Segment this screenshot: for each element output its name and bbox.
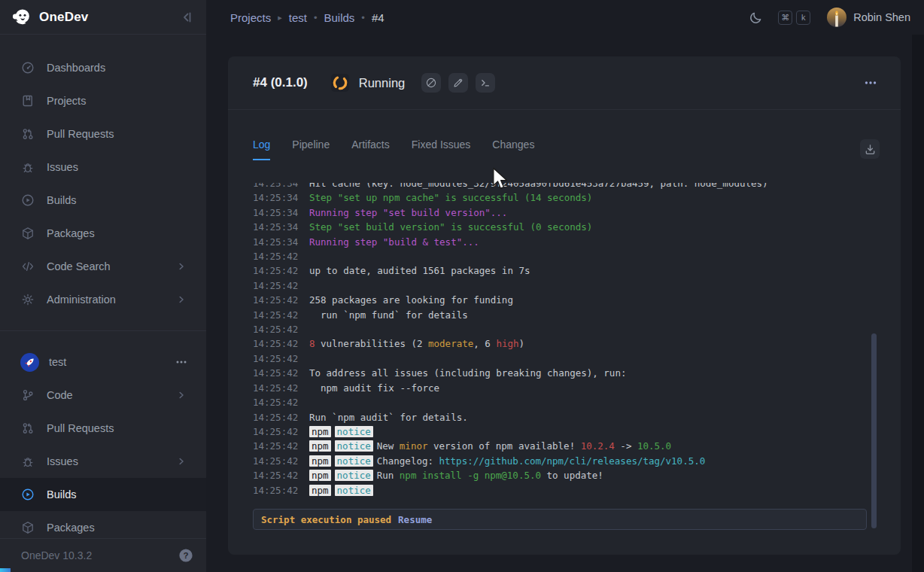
log-line: 14:25:42npmnotice [253, 483, 901, 497]
log-line: 14:25:34Running step "build & test"... [253, 235, 901, 249]
build-status: Running [331, 74, 405, 92]
build-status-label: Running [359, 76, 405, 90]
breadcrumb-builds[interactable]: Builds [324, 11, 354, 24]
kbd-cmd: ⌘ [778, 11, 792, 25]
log-timestamp: 14:25:42 [253, 410, 309, 424]
moon-icon[interactable] [749, 11, 763, 25]
log-message: npmnotice [309, 424, 377, 439]
collapse-sidebar-icon[interactable] [179, 10, 194, 25]
sidebar-header: OneDev [0, 0, 206, 35]
sidebar-item-label: Pull Requests [47, 128, 187, 140]
sidebar-item-issues[interactable]: Issues [0, 151, 206, 184]
resume-link[interactable]: Resume [398, 514, 432, 525]
build-menu-ellipsis-icon[interactable] [863, 75, 878, 90]
breadcrumb--4: #4 [372, 11, 384, 24]
log-segment: Run `npm audit` for details. [309, 412, 468, 423]
log-message: Hit cache (key: node_modules_32/9f2405aa… [309, 183, 768, 190]
tab-artifacts[interactable]: Artifacts [351, 138, 390, 160]
sidebar-item-code-search[interactable]: Code Search [0, 250, 206, 283]
sidebar-item-pull-requests[interactable]: Pull Requests [0, 117, 206, 151]
log-segment: To address all issues (including breakin… [309, 367, 626, 379]
log-timestamp: 14:25:42 [253, 381, 309, 395]
log-message: npmnotice [309, 483, 377, 497]
notice-badge: notice [335, 426, 373, 437]
sidebar-divider [0, 330, 206, 331]
log-message: 258 packages are looking for funding [309, 293, 513, 307]
sidebar-main-nav: DashboardsProjectsPull RequestsIssuesBui… [0, 51, 206, 316]
breadcrumb-projects[interactable]: Projects [230, 11, 271, 24]
sidebar-item-builds[interactable]: Builds [0, 184, 206, 217]
sidebar-item-packages[interactable]: Packages [0, 217, 206, 250]
sidebar-item-issues[interactable]: Issues [0, 445, 206, 478]
log-timestamp: 14:25:42 [253, 468, 309, 482]
log-segment: , 6 [473, 338, 496, 349]
sidebar-item-label: Issues [47, 455, 176, 467]
build-tabs: LogPipelineArtifactsFixed IssuesChanges [253, 138, 534, 160]
breadcrumb-test[interactable]: test [289, 11, 307, 24]
npm-badge: npm [309, 485, 331, 496]
chevron-right-icon [176, 294, 187, 305]
pull-request-icon [21, 421, 35, 435]
kbd-k: k [796, 11, 810, 25]
background-sliver [0, 568, 11, 572]
log-lines: 14:25:34Hit cache (key: node_modules_32/… [228, 183, 901, 497]
log-timestamp: 14:25:42 [253, 483, 309, 497]
sidebar-item-pull-requests[interactable]: Pull Requests [0, 412, 206, 445]
pause-notice: Script execution paused Resume [253, 509, 867, 530]
log-line: 14:25:34Hit cache (key: node_modules_32/… [253, 183, 901, 190]
pause-message: Script execution paused [261, 514, 391, 525]
log-segment: Changelog: [377, 455, 439, 467]
user-name: Robin Shen [853, 11, 910, 23]
log-timestamp: 14:25:42 [253, 439, 309, 453]
chevron-right-icon [176, 456, 187, 467]
download-log-button[interactable] [860, 139, 880, 159]
sidebar-item-builds[interactable]: Builds [0, 478, 206, 511]
log-line: 14:25:42npmnoticeRun npm install -g npm@… [253, 468, 901, 482]
tab-pipeline[interactable]: Pipeline [292, 138, 330, 160]
cancel-build-button[interactable] [421, 73, 441, 93]
log-timestamp: 14:25:42 [253, 278, 309, 293]
sidebar-footer: OneDev 10.3.2 ? [0, 538, 206, 572]
log-segment: 8 [309, 338, 315, 349]
log-line: 14:25:42npmnoticeNew minor version of np… [253, 439, 901, 453]
log-segment: Step "set build version" is successful (… [309, 221, 592, 233]
user-menu[interactable]: Robin Shen [827, 8, 910, 27]
log-segment: high [496, 338, 518, 349]
log-message: Run `npm audit` for details. [309, 410, 468, 424]
log-message: npmnoticeRun npm install -g npm@10.5.0 t… [309, 468, 603, 482]
bug-icon [21, 160, 35, 174]
log-segment: 10.5.0 [637, 440, 671, 452]
help-icon[interactable]: ? [178, 548, 193, 563]
tab-log[interactable]: Log [253, 138, 270, 160]
sidebar-item-projects[interactable]: Projects [0, 84, 206, 117]
log-message: 8 vulnerabilities (2 moderate, 6 high) [309, 336, 524, 351]
sidebar-item-code[interactable]: Code [0, 379, 206, 412]
web-terminal-button[interactable] [476, 73, 495, 93]
log-message: To address all issues (including breakin… [309, 366, 626, 380]
sidebar-item-administration[interactable]: Administration [0, 283, 206, 316]
edit-build-button[interactable] [448, 73, 468, 93]
project-ellipsis-icon[interactable] [175, 355, 188, 369]
download-icon [864, 143, 877, 156]
log-segment: -> [615, 440, 637, 452]
app-version: OneDev 10.3.2 [21, 549, 178, 561]
log-segment: 258 packages are looking for funding [309, 294, 513, 306]
sidebar-item-dashboards[interactable]: Dashboards [0, 51, 206, 84]
log-line: 14:25:42 [253, 322, 901, 336]
log-timestamp: 14:25:42 [253, 249, 309, 263]
log-scrollbar-thumb[interactable] [871, 333, 877, 528]
tab-changes[interactable]: Changes [492, 138, 534, 160]
log-line: 14:25:42npmnoticeChangelog: https://gith… [253, 454, 901, 468]
build-log[interactable]: 14:25:34Hit cache (key: node_modules_32/… [228, 183, 901, 531]
rocket-avatar [20, 353, 39, 372]
log-timestamp: 14:25:42 [253, 366, 309, 380]
window-scroll-gutter [912, 35, 924, 572]
log-timestamp: 14:25:34 [253, 205, 309, 220]
sidebar-project-row[interactable]: test [0, 345, 206, 379]
log-line: 14:25:42up to date, audited 1561 package… [253, 263, 901, 278]
tab-fixed-issues[interactable]: Fixed Issues [412, 138, 471, 160]
log-segment: up to date, audited 1561 packages in 7s [309, 265, 530, 276]
code-search-icon [21, 260, 35, 273]
sidebar-item-label: Code [47, 389, 176, 401]
log-segment: Run [377, 470, 400, 481]
